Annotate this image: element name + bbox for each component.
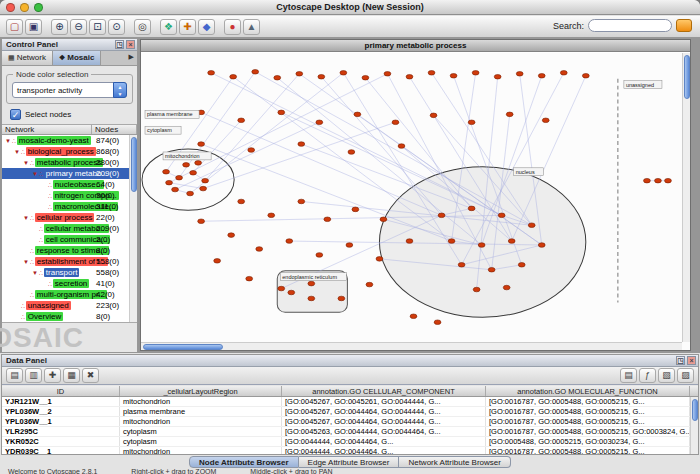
network-node[interactable] xyxy=(538,73,545,78)
function-builder-icon[interactable]: ƒ xyxy=(639,368,656,383)
network-node[interactable] xyxy=(238,199,245,204)
save-session-icon[interactable]: ▣ xyxy=(25,19,42,35)
tree-item-cell-communica[interactable]: ∴cell communica...2(0) xyxy=(2,234,129,245)
network-node[interactable] xyxy=(503,285,510,290)
table-column-annotation-go-molecular-function[interactable]: annotation.GO MOLECULAR_FUNCTION xyxy=(486,386,690,396)
import-network-icon[interactable]: ▢ xyxy=(6,19,23,35)
network-node[interactable] xyxy=(318,74,325,79)
table-scrollbar-thumb[interactable] xyxy=(692,399,698,421)
network-node[interactable] xyxy=(448,239,455,244)
network-node[interactable] xyxy=(508,239,515,244)
network-node[interactable] xyxy=(346,243,353,248)
zoom-selected-region-icon[interactable]: ⊡ xyxy=(89,19,106,35)
canvas-hscroll-thumb[interactable] xyxy=(143,344,223,350)
network-node[interactable] xyxy=(410,314,417,319)
network-node[interactable] xyxy=(473,287,480,292)
network-graph[interactable]: plasma membranecytoplasmmitochondrionnuc… xyxy=(141,53,682,342)
layout-icon[interactable]: ✚ xyxy=(179,19,196,35)
network-node[interactable] xyxy=(183,163,190,168)
network-node[interactable] xyxy=(560,71,567,76)
create-network-icon[interactable]: ❖ xyxy=(160,19,177,35)
network-node[interactable] xyxy=(450,73,457,78)
tab-network[interactable]: ▦Network xyxy=(2,51,53,65)
network-node[interactable] xyxy=(338,296,345,301)
network-node[interactable] xyxy=(288,290,295,295)
network-node[interactable] xyxy=(316,253,323,258)
network-node[interactable] xyxy=(163,169,170,174)
network-node[interactable] xyxy=(478,243,485,248)
attribute-list-icon[interactable]: ▤ xyxy=(620,368,637,383)
table-row[interactable]: YKR052Ccytoplasm[GO:0044444, GO:0044464,… xyxy=(2,437,698,447)
tab-network-attribute-browser[interactable]: Network Attribute Browser xyxy=(399,456,510,468)
network-node[interactable] xyxy=(376,257,383,262)
export-attributes-icon[interactable]: ▨ xyxy=(677,368,694,383)
canvas-vscroll-thumb[interactable] xyxy=(684,55,690,99)
tree-item-establishment-of-l[interactable]: ▼∴establishment of l...558(0) xyxy=(2,256,129,267)
float-control-panel-icon[interactable]: ◳ xyxy=(115,40,124,49)
network-node[interactable] xyxy=(296,72,303,77)
network-node[interactable] xyxy=(286,239,293,244)
network-node[interactable] xyxy=(488,267,495,272)
tree-column-nodes[interactable]: Nodes xyxy=(92,125,137,134)
tree-item-response-to-stimu[interactable]: ∴response to stimu...8(0) xyxy=(2,245,129,256)
tree-item-nucleobase[interactable]: ∴nucleobase...64(0) xyxy=(2,179,129,190)
tree-item-unassigned[interactable]: ∴unassigned223(0) xyxy=(2,300,129,311)
network-node[interactable] xyxy=(354,112,361,117)
tree-item-nitrogen-compo[interactable]: ∴nitrogen compo...30(0) xyxy=(2,190,129,201)
tree-item-metabolic-process[interactable]: ▼∴metabolic process280(0) xyxy=(2,157,129,168)
network-node[interactable] xyxy=(278,286,285,291)
network-node[interactable] xyxy=(176,175,183,180)
network-node[interactable] xyxy=(298,142,305,147)
tree-item-cellular-metabo[interactable]: ∴cellular metabo...209(0) xyxy=(2,223,129,234)
network-node[interactable] xyxy=(516,72,523,77)
network-node[interactable] xyxy=(644,178,651,183)
network-node[interactable] xyxy=(208,71,215,76)
tree-column-network[interactable]: Network xyxy=(2,125,92,134)
table-column-cellularlayoutregion[interactable]: _cellularLayoutRegion xyxy=(120,386,282,396)
dropdown-arrows-icon[interactable]: ▲▼ xyxy=(113,82,127,98)
float-data-panel-icon[interactable]: ◳ xyxy=(676,356,685,365)
network-node[interactable] xyxy=(316,120,323,125)
unselect-attributes-icon[interactable]: ▥ xyxy=(25,368,42,383)
network-node[interactable] xyxy=(172,187,179,192)
network-node[interactable] xyxy=(366,282,373,287)
table-column-id[interactable]: ID xyxy=(2,386,120,396)
network-node[interactable] xyxy=(238,118,245,123)
expander-icon[interactable]: ▼ xyxy=(22,158,30,168)
network-canvas[interactable]: plasma membranecytoplasmmitochondrionnuc… xyxy=(141,53,690,350)
table-column-annotation-go-cellular-component[interactable]: annotation.GO CELLULAR_COMPONENT xyxy=(282,386,486,396)
network-node[interactable] xyxy=(298,199,305,204)
help-icon[interactable]: ▲ xyxy=(243,19,260,35)
expander-icon[interactable]: ▼ xyxy=(13,147,21,157)
network-node[interactable] xyxy=(274,75,281,80)
network-node[interactable] xyxy=(362,75,369,80)
network-node[interactable] xyxy=(324,217,331,222)
network-node[interactable] xyxy=(406,239,413,244)
tree-item-overview[interactable]: ∴Overview8(0) xyxy=(2,311,129,322)
tree-item-secretion[interactable]: ∴secretion41(0) xyxy=(2,278,129,289)
network-node[interactable] xyxy=(438,213,445,218)
network-node[interactable] xyxy=(352,207,359,212)
tree-item-transport[interactable]: ▼∴transport558(0) xyxy=(2,267,129,278)
expander-icon[interactable]: ▼ xyxy=(31,268,39,278)
trash-icon[interactable]: ✖ xyxy=(82,368,99,383)
network-node[interactable] xyxy=(398,144,405,149)
network-node[interactable] xyxy=(655,178,662,183)
network-node[interactable] xyxy=(468,120,475,125)
tab-edge-attribute-browser[interactable]: Edge Attribute Browser xyxy=(299,456,400,468)
network-node[interactable] xyxy=(472,71,479,76)
network-node[interactable] xyxy=(187,191,194,196)
network-node[interactable] xyxy=(248,148,255,153)
table-row[interactable]: YJR121W__1mitochondrion[GO:0045267, GO:0… xyxy=(2,397,698,407)
network-node[interactable] xyxy=(392,120,399,125)
show-graphics-details-icon[interactable]: ◎ xyxy=(134,19,151,35)
import-attributes-icon[interactable]: ▧ xyxy=(658,368,675,383)
network-node[interactable] xyxy=(228,233,235,238)
table-row[interactable]: YPL036W__2plasma membrane[GO:0045267, GO… xyxy=(2,407,698,417)
tab-node-attribute-browser[interactable]: Node Attribute Browser xyxy=(189,456,299,468)
network-node[interactable] xyxy=(252,70,259,75)
tree-item-macromolecule[interactable]: ∴macromolecule...311(0) xyxy=(2,201,129,212)
network-node[interactable] xyxy=(166,180,173,185)
network-node[interactable] xyxy=(506,112,513,117)
network-node[interactable] xyxy=(538,243,545,248)
